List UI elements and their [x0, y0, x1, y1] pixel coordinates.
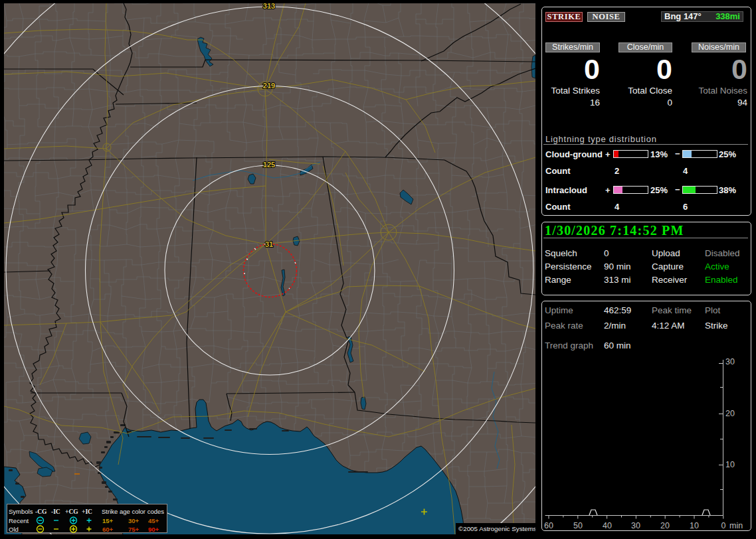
svg-text:40: 40: [603, 521, 612, 530]
svg-text:Strike age color codes: Strike age color codes: [102, 508, 164, 515]
svg-text:-IC: -IC: [51, 508, 60, 515]
svg-text:60: 60: [544, 521, 553, 530]
svg-text:+CG: +CG: [65, 508, 78, 515]
svg-text:30: 30: [631, 521, 640, 530]
svg-text:-CG: -CG: [35, 508, 47, 515]
svg-text:30+: 30+: [128, 517, 140, 524]
svg-text:©2005 Astrogenic Systems: ©2005 Astrogenic Systems: [458, 525, 535, 532]
svg-text:+IC: +IC: [82, 508, 92, 515]
svg-text:10: 10: [690, 521, 699, 530]
svg-text:125: 125: [263, 161, 275, 169]
svg-text:219: 219: [263, 82, 275, 90]
svg-text:10: 10: [725, 460, 735, 469]
svg-text:20: 20: [660, 521, 670, 530]
svg-text:50: 50: [573, 521, 583, 530]
svg-text:15+: 15+: [102, 517, 114, 524]
svg-text:31: 31: [265, 240, 273, 248]
svg-text:Old: Old: [9, 526, 19, 533]
svg-text:min: min: [729, 521, 743, 530]
svg-text:Recent: Recent: [9, 517, 29, 524]
svg-text:30: 30: [725, 357, 735, 366]
svg-text:Symbols: Symbols: [9, 508, 33, 515]
svg-text:75+: 75+: [128, 526, 140, 533]
svg-text:60+: 60+: [102, 526, 114, 533]
svg-text:45+: 45+: [148, 517, 159, 524]
svg-text:313: 313: [263, 3, 275, 10]
svg-text:20: 20: [725, 409, 735, 418]
svg-text:0: 0: [721, 521, 726, 530]
svg-text:90+: 90+: [148, 526, 159, 533]
